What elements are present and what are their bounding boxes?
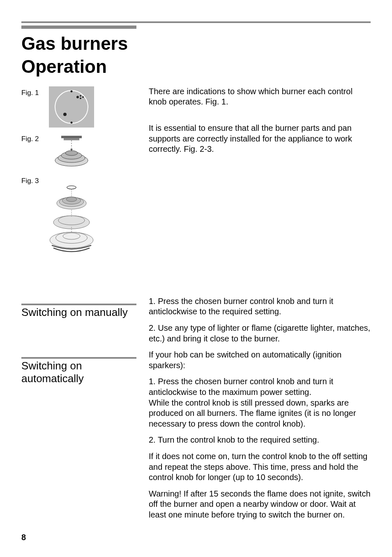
figure-1-label: Fig. 1 — [21, 86, 47, 97]
section-title-manual: Switching on manually — [21, 306, 141, 319]
figure-2-image — [47, 132, 96, 169]
page-top-rule — [21, 21, 371, 23]
svg-rect-13 — [61, 136, 82, 138]
svg-rect-0 — [49, 86, 94, 128]
figure-3-image — [47, 174, 96, 265]
svg-point-7 — [80, 97, 81, 99]
automatic-warning: Warning! If after 15 seconds the flame d… — [149, 489, 371, 520]
svg-point-2 — [71, 90, 73, 92]
section-rule-automatic — [21, 357, 136, 359]
automatic-step-1: 1. Press the chosen burner control knob … — [149, 376, 371, 429]
figure-2-label: Fig. 2 — [21, 132, 47, 143]
manual-step-2: 2. Use any type of lighter or flame (cig… — [149, 323, 371, 344]
svg-point-8 — [82, 96, 84, 98]
svg-point-16 — [67, 186, 76, 189]
intro-paragraph-1: There are indications to show which burn… — [149, 86, 371, 107]
section-rule-manual — [21, 304, 136, 305]
svg-point-5 — [76, 96, 79, 98]
figure-3-label: Fig. 3 — [21, 174, 47, 185]
svg-point-4 — [63, 113, 67, 116]
section-title-automatic: Switching on automatically — [21, 360, 141, 385]
page-title-line2: Operation — [21, 56, 371, 77]
svg-point-25 — [63, 233, 80, 239]
manual-step-1: 1. Press the chosen burner control knob … — [149, 296, 371, 317]
svg-rect-14 — [64, 138, 79, 140]
page-number: 8 — [21, 533, 26, 542]
page-title-line1: Gas burners — [21, 33, 371, 54]
intro-paragraph-2: It is essential to ensure that all the b… — [149, 123, 371, 155]
figure-1-image — [47, 86, 96, 128]
automatic-retry: If it does not come on, turn the control… — [149, 451, 371, 483]
svg-point-6 — [80, 95, 81, 97]
svg-point-3 — [71, 121, 73, 123]
automatic-intro: If your hob can be switched on automatic… — [149, 350, 371, 371]
title-rule — [21, 26, 136, 29]
svg-point-22 — [58, 216, 85, 225]
automatic-step-2: 2. Turn the control knob to the required… — [149, 435, 371, 446]
svg-point-20 — [66, 197, 77, 202]
